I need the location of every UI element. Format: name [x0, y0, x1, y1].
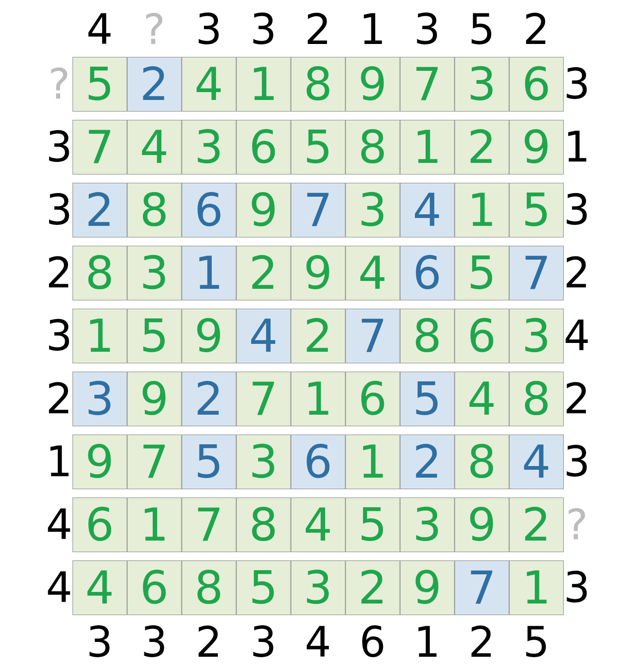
grid-cell-r4-c7[interactable]: 6 — [455, 309, 509, 363]
skyscrapers-puzzle: 4?3321352?524189736337436581291328697341… — [46, 6, 590, 666]
grid-cell-r0-c0[interactable]: 5 — [73, 57, 127, 112]
clue-bottom-8: 5 — [523, 618, 550, 666]
clue-left-1: 3 — [46, 123, 72, 171]
grid-cell-r1-c3[interactable]: 6 — [236, 120, 291, 174]
clue-right-2: 3 — [564, 186, 590, 234]
grid-cell-r8-c7[interactable]: 7 — [455, 560, 509, 615]
clue-top-3: 3 — [250, 5, 277, 54]
grid-cell-r8-c5[interactable]: 2 — [346, 560, 400, 615]
grid-cell-r4-c6[interactable]: 8 — [400, 309, 455, 363]
grid-cell-r7-c5[interactable]: 5 — [346, 498, 400, 552]
grid-cell-r6-c0[interactable]: 9 — [73, 435, 127, 489]
clue-bottom-4: 4 — [305, 618, 331, 666]
grid-cell-r6-c2[interactable]: 5 — [182, 435, 236, 489]
grid-cell-r3-c2[interactable]: 1 — [182, 246, 236, 300]
grid-cell-r2-c6[interactable]: 4 — [400, 183, 455, 237]
grid-cell-r2-c5[interactable]: 3 — [346, 183, 400, 237]
grid-cell-r8-c8[interactable]: 1 — [509, 560, 564, 615]
grid-cell-r1-c6[interactable]: 1 — [400, 120, 455, 174]
grid-cell-r7-c6[interactable]: 3 — [400, 498, 455, 552]
grid-cell-r2-c1[interactable]: 8 — [127, 183, 182, 237]
grid-cell-r6-c1[interactable]: 7 — [127, 435, 182, 489]
grid-cell-r3-c4[interactable]: 9 — [291, 246, 346, 300]
grid-cell-r6-c7[interactable]: 8 — [455, 435, 509, 489]
grid-cell-r4-c3[interactable]: 4 — [236, 309, 291, 363]
grid-cell-r5-c4[interactable]: 1 — [291, 372, 346, 426]
grid-cell-r0-c4[interactable]: 8 — [291, 57, 346, 112]
clue-top-0: 4 — [86, 5, 113, 54]
grid-cell-r5-c7[interactable]: 4 — [455, 372, 509, 426]
grid-cell-r0-c6[interactable]: 7 — [400, 57, 455, 112]
grid-cell-r1-c0[interactable]: 7 — [73, 120, 127, 174]
grid-cell-r0-c1[interactable]: 2 — [127, 57, 182, 112]
clue-top-5: 1 — [359, 5, 386, 54]
grid-cell-r1-c4[interactable]: 5 — [291, 120, 346, 174]
grid-cell-r2-c7[interactable]: 1 — [455, 183, 509, 237]
grid-cell-r6-c4[interactable]: 6 — [291, 435, 346, 489]
grid-cell-r8-c6[interactable]: 9 — [400, 560, 455, 615]
grid-cell-r0-c8[interactable]: 6 — [509, 57, 564, 112]
grid-cell-r5-c5[interactable]: 6 — [346, 372, 400, 426]
grid-cell-r1-c5[interactable]: 8 — [346, 120, 400, 174]
grid-cell-r8-c3[interactable]: 5 — [236, 560, 291, 615]
grid-cell-r8-c1[interactable]: 6 — [127, 560, 182, 615]
grid-cell-r6-c5[interactable]: 1 — [346, 435, 400, 489]
grid-cell-r2-c3[interactable]: 9 — [236, 183, 291, 237]
grid-cell-r3-c8[interactable]: 7 — [509, 246, 564, 300]
grid-cell-r3-c7[interactable]: 5 — [455, 246, 509, 300]
grid-cell-r0-c2[interactable]: 4 — [182, 57, 236, 112]
grid-cell-r1-c2[interactable]: 3 — [182, 120, 236, 174]
grid-cell-r7-c0[interactable]: 6 — [73, 498, 127, 552]
grid-cell-r2-c2[interactable]: 6 — [182, 183, 236, 237]
clue-right-6: 3 — [564, 437, 590, 486]
grid-cell-r6-c6[interactable]: 2 — [400, 435, 455, 489]
board-table: 4?3321352?524189736337436581291328697341… — [46, 6, 590, 666]
clue-top-7: 5 — [469, 5, 495, 54]
grid-cell-r6-c3[interactable]: 3 — [236, 435, 291, 489]
clue-bottom-3: 3 — [250, 618, 277, 666]
grid-cell-r2-c0[interactable]: 2 — [73, 183, 127, 237]
grid-cell-r4-c4[interactable]: 2 — [291, 309, 346, 363]
grid-cell-r7-c7[interactable]: 9 — [455, 498, 509, 552]
grid-cell-r6-c8[interactable]: 4 — [509, 435, 564, 489]
grid-cell-r3-c5[interactable]: 4 — [346, 246, 400, 300]
grid-cell-r7-c2[interactable]: 7 — [182, 498, 236, 552]
clue-right-0: 3 — [564, 60, 590, 108]
grid-cell-r5-c1[interactable]: 9 — [127, 372, 182, 426]
grid-cell-r3-c3[interactable]: 2 — [236, 246, 291, 300]
clue-left-0: ? — [48, 60, 70, 108]
grid-cell-r8-c0[interactable]: 4 — [73, 560, 127, 615]
grid-cell-r5-c0[interactable]: 3 — [73, 372, 127, 426]
grid-cell-r4-c1[interactable]: 5 — [127, 309, 182, 363]
grid-cell-r5-c8[interactable]: 8 — [509, 372, 564, 426]
grid-cell-r4-c0[interactable]: 1 — [73, 309, 127, 363]
clue-bottom-0: 3 — [86, 618, 113, 666]
grid-cell-r7-c3[interactable]: 8 — [236, 498, 291, 552]
grid-cell-r4-c5[interactable]: 7 — [346, 309, 400, 363]
grid-cell-r0-c3[interactable]: 1 — [236, 57, 291, 112]
grid-cell-r4-c2[interactable]: 9 — [182, 309, 236, 363]
clue-left-3: 2 — [46, 249, 72, 297]
grid-cell-r8-c4[interactable]: 3 — [291, 560, 346, 615]
grid-cell-r3-c6[interactable]: 6 — [400, 246, 455, 300]
clue-bottom-1: 3 — [141, 618, 167, 666]
clue-left-6: 1 — [46, 437, 72, 486]
clue-top-2: 3 — [196, 5, 222, 54]
grid-cell-r5-c6[interactable]: 5 — [400, 372, 455, 426]
grid-cell-r2-c4[interactable]: 7 — [291, 183, 346, 237]
grid-cell-r4-c8[interactable]: 3 — [509, 309, 564, 363]
grid-cell-r7-c8[interactable]: 2 — [509, 498, 564, 552]
grid-cell-r2-c8[interactable]: 5 — [509, 183, 564, 237]
grid-cell-r3-c0[interactable]: 8 — [73, 246, 127, 300]
grid-cell-r1-c8[interactable]: 9 — [509, 120, 564, 174]
grid-cell-r1-c1[interactable]: 4 — [127, 120, 182, 174]
grid-cell-r0-c5[interactable]: 9 — [346, 57, 400, 112]
grid-cell-r5-c3[interactable]: 7 — [236, 372, 291, 426]
grid-cell-r7-c4[interactable]: 4 — [291, 498, 346, 552]
grid-cell-r5-c2[interactable]: 2 — [182, 372, 236, 426]
grid-cell-r7-c1[interactable]: 1 — [127, 498, 182, 552]
grid-cell-r3-c1[interactable]: 3 — [127, 246, 182, 300]
grid-cell-r8-c2[interactable]: 8 — [182, 560, 236, 615]
grid-cell-r0-c7[interactable]: 3 — [455, 57, 509, 112]
grid-cell-r1-c7[interactable]: 2 — [455, 120, 509, 174]
